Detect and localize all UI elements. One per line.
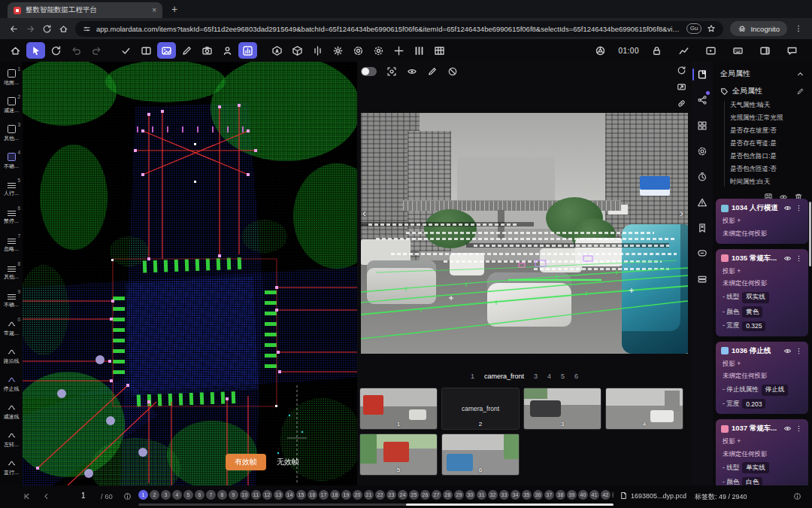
select-tool-button[interactable]	[26, 42, 45, 59]
card-visibility-icon[interactable]	[783, 204, 792, 212]
card-visibility-icon[interactable]	[783, 424, 792, 433]
frame-18-button[interactable]: 18	[330, 490, 340, 500]
lasso-tool-button[interactable]	[177, 42, 196, 59]
camera-tab-1[interactable]: 1	[471, 373, 474, 380]
annotation-card-1034[interactable]: 1034 人行横道投影 +未绑定任何投影	[716, 199, 808, 244]
camera-fit-icon[interactable]	[386, 66, 397, 77]
cube-tool-button[interactable]	[288, 42, 307, 59]
camera-tab-6[interactable]: 6	[574, 373, 578, 380]
card-visibility-icon[interactable]	[783, 347, 792, 355]
timeline-help-icon[interactable]	[793, 492, 801, 500]
frame-15-button[interactable]: 15	[296, 490, 306, 500]
person-view-button[interactable]	[218, 42, 237, 59]
grid-merge-button[interactable]	[430, 42, 449, 59]
new-tab-button[interactable]: +	[171, 3, 177, 15]
bookmark-star-icon[interactable]	[707, 24, 716, 33]
overview-grid-button[interactable]	[692, 117, 713, 134]
class-item-忽略[interactable]: 7忽略...	[0, 231, 23, 259]
valid-frame-button[interactable]: 有效帧	[226, 454, 266, 470]
camera-thumbnail-3[interactable]: 3	[523, 388, 601, 430]
camera-thumbnail-6[interactable]: 6	[441, 433, 520, 476]
home-icon[interactable]	[59, 24, 68, 34]
columns-view-button[interactable]	[410, 42, 429, 59]
undo-button[interactable]	[67, 42, 86, 59]
card-menu-icon[interactable]	[795, 254, 803, 263]
frame-12-button[interactable]: 12	[262, 490, 272, 500]
draw-icon[interactable]	[427, 66, 438, 77]
camera-thumbnail-4[interactable]: 4	[605, 388, 683, 430]
frame-42-button[interactable]: 42	[601, 490, 611, 500]
class-item-常规[interactable]: 0常规...	[0, 315, 23, 342]
class-item-减速[interactable]: 2减速...	[0, 92, 23, 120]
frame-10-button[interactable]: 10	[240, 490, 250, 500]
visibility-icon[interactable]	[407, 66, 417, 77]
camera-thumbnail-1[interactable]: 1	[359, 388, 438, 430]
chart-view-button[interactable]	[238, 42, 257, 59]
bookmarks-button[interactable]	[692, 220, 713, 236]
frame-20-button[interactable]: 20	[353, 490, 362, 500]
card-menu-icon[interactable]	[795, 204, 803, 212]
camera-tab-3[interactable]: 3	[534, 373, 538, 380]
frame-40-button[interactable]: 40	[578, 490, 588, 500]
class-item-停止线[interactable]: 停止线	[0, 370, 23, 398]
class-item-地面[interactable]: 1地面...	[0, 64, 23, 92]
frame-32-button[interactable]: 32	[488, 490, 498, 500]
attribute-value-chip[interactable]: 0.203	[742, 399, 765, 409]
split-view-button[interactable]	[137, 42, 156, 59]
align-tool-button[interactable]	[308, 42, 327, 59]
attribute-value-chip[interactable]: 黄色	[742, 306, 762, 318]
frame-4-button[interactable]: 4	[172, 490, 182, 500]
edit-attributes-icon[interactable]	[796, 87, 804, 96]
frame-26-button[interactable]: 26	[420, 490, 430, 500]
frame-11-button[interactable]: 11	[251, 490, 261, 500]
class-item-不确[interactable]: 4不确...	[0, 148, 23, 175]
frame-24-button[interactable]: 24	[398, 490, 408, 500]
link-views-icon[interactable]	[677, 99, 686, 108]
collapse-chevron-icon[interactable]	[796, 70, 804, 78]
disable-overlay-icon[interactable]	[447, 66, 458, 77]
frame-23-button[interactable]: 23	[386, 490, 396, 500]
frame-scroll-thumb[interactable]	[406, 503, 614, 506]
confirm-button[interactable]	[117, 42, 135, 59]
annotation-card-1036[interactable]: 1036 停止线投影 +未绑定任何投影- 停止线属性停止线- 宽度0.203	[716, 342, 808, 415]
attribute-value-chip[interactable]: 白色	[742, 477, 762, 486]
frame-5-button[interactable]: 5	[183, 490, 193, 500]
attribute-value-chip[interactable]: 单实线	[742, 462, 769, 473]
frame-8-button[interactable]: 8	[217, 490, 227, 500]
next-image-chevron[interactable]: ›	[680, 206, 683, 219]
class-item-其他[interactable]: 3其他...	[0, 120, 23, 148]
frame-41-button[interactable]: 41	[589, 490, 599, 500]
trend-chart-button[interactable]	[674, 42, 693, 59]
frame-16-button[interactable]: 16	[308, 490, 317, 500]
class-item-路沿线[interactable]: 路沿线	[0, 342, 23, 370]
frame-17-button[interactable]: 17	[319, 490, 329, 500]
comment-button[interactable]	[692, 245, 713, 262]
keyboard-shortcuts-button[interactable]	[729, 42, 747, 59]
pointcloud-viewport[interactable]: 有效帧 无效帧	[23, 62, 357, 485]
frame-37-button[interactable]: 37	[544, 490, 554, 500]
frame-43-button[interactable]: 43	[612, 490, 614, 500]
url-field[interactable]: app.molardata.com/items?taskId=65f11d2ee…	[75, 21, 723, 37]
class-item-不确[interactable]: 9不确...	[0, 287, 23, 315]
redo-button[interactable]	[87, 42, 106, 59]
camera-tab-camera_front[interactable]: camera_front	[484, 373, 524, 380]
side-panel-button[interactable]	[756, 42, 774, 59]
refresh-view-icon[interactable]	[677, 65, 686, 75]
frame-33-button[interactable]: 33	[499, 490, 509, 500]
browser-menu-icon[interactable]	[794, 24, 803, 33]
frame-1-button[interactable]: 1	[138, 490, 148, 500]
frame-31-button[interactable]: 31	[477, 490, 486, 500]
browser-tab[interactable]: 整数智能数据工程平台 ×	[8, 2, 162, 18]
relations-button[interactable]	[692, 92, 713, 108]
frame-25-button[interactable]: 25	[409, 490, 419, 500]
image-settings-button[interactable]	[701, 42, 720, 59]
frame-28-button[interactable]: 28	[443, 490, 453, 500]
class-item-减速线[interactable]: 减速线	[0, 398, 23, 426]
class-item-直行[interactable]: 直行...	[0, 454, 23, 482]
issues-button[interactable]	[692, 194, 713, 211]
frame-13-button[interactable]: 13	[274, 490, 283, 500]
class-item-左转[interactable]: 左转...	[0, 426, 23, 454]
camera-view-button[interactable]	[198, 42, 217, 59]
card-menu-icon[interactable]	[795, 347, 803, 355]
frame-39-button[interactable]: 39	[567, 490, 577, 500]
